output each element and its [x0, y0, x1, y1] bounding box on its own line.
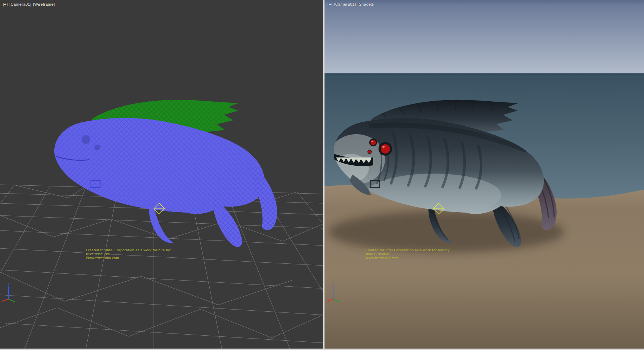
eye-small	[94, 145, 100, 150]
eye-large-highlight	[382, 146, 385, 148]
svg-text:Www.frizstudio.com: Www.frizstudio.com	[86, 256, 119, 260]
viewport-label: [+] [Camera01] [Shaded]	[327, 2, 375, 6]
eye-large	[82, 135, 90, 144]
svg-text:Mike O'Rourke: Mike O'Rourke	[86, 252, 110, 256]
viewport-label: [+] [Camera01] [Wireframe]	[3, 2, 55, 6]
svg-text:Created for Intel Corporation: Created for Intel Corporation as a work …	[86, 248, 171, 252]
viewport-menu-shading[interactable]: [Shaded]	[357, 2, 374, 6]
viewport-shaded[interactable]: [+] [Camera01] [Shaded]	[325, 0, 644, 349]
eye-small-highlight	[371, 141, 373, 142]
viewport-menu-pov[interactable]: [Camera01]	[9, 2, 31, 6]
viewport-menu-general[interactable]: [+]	[327, 2, 332, 6]
fish-shadow	[328, 211, 564, 253]
viewport-menu-pov[interactable]: [Camera01]	[334, 2, 356, 6]
svg-text:Www.frizstudio.com: Www.frizstudio.com	[365, 256, 399, 260]
eye-large	[381, 144, 390, 154]
sky	[325, 0, 644, 75]
svg-text:Created for Intel Corporation: Created for Intel Corporation as a work …	[365, 248, 450, 252]
eye-tiny	[368, 150, 371, 153]
wireframe-scene: Created for Intel Corporation as a work …	[0, 0, 323, 349]
svg-text:Mike O'Rourke: Mike O'Rourke	[365, 252, 389, 256]
viewport-grid: [+] [Camera01] [Wireframe]	[0, 0, 644, 350]
horizon-line	[325, 73, 644, 74]
viewport-wireframe[interactable]: [+] [Camera01] [Wireframe]	[0, 0, 323, 349]
viewport-menu-shading[interactable]: [Wireframe]	[33, 2, 55, 6]
eye-small	[371, 140, 376, 145]
viewport-menu-general[interactable]: [+]	[3, 2, 8, 6]
shaded-scene: Created for Intel Corporation as a work …	[325, 0, 644, 349]
